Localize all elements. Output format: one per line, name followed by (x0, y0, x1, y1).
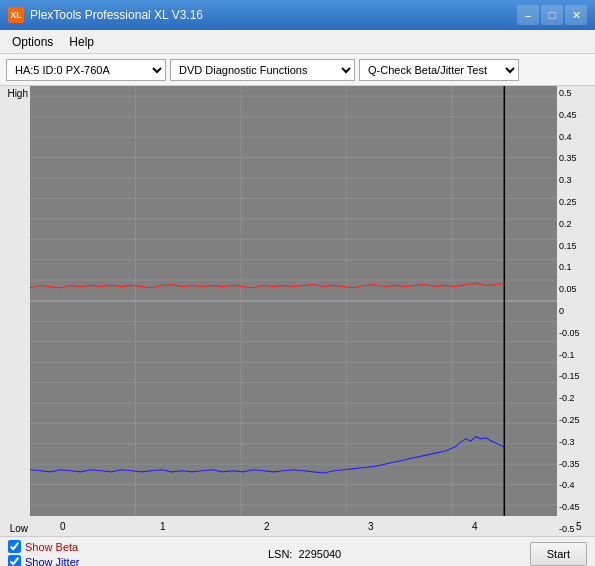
show-beta-checkbox[interactable] (8, 540, 21, 553)
show-jitter-checkbox[interactable] (8, 555, 21, 566)
bottom-row1: Show Beta Show Jitter LSN: 2295040 Start (8, 541, 587, 566)
y-right-15: -0.25 (559, 415, 580, 425)
close-button[interactable]: ✕ (565, 5, 587, 25)
function-select[interactable]: DVD Diagnostic Functions (170, 59, 355, 81)
y-axis-low: Low (10, 523, 28, 534)
y-right-10: 0 (559, 306, 564, 316)
title-bar-controls: – □ ✕ (517, 5, 587, 25)
y-right-13: -0.15 (559, 371, 580, 381)
lsn-value: 2295040 (298, 548, 341, 560)
x-label-4: 4 (472, 521, 478, 532)
start-button[interactable]: Start (530, 542, 587, 566)
main-content: High Low (0, 86, 595, 536)
toolbar: HA:5 ID:0 PX-760A DVD Diagnostic Functio… (0, 54, 595, 86)
checkbox-group: Show Beta Show Jitter (8, 540, 79, 566)
x-label-3: 3 (368, 521, 374, 532)
show-beta-label: Show Beta (25, 541, 78, 553)
y-right-8: 0.1 (559, 262, 572, 272)
y-right-6: 0.2 (559, 219, 572, 229)
show-jitter-label: Show Jitter (25, 556, 79, 567)
app-icon: XL (8, 7, 24, 23)
y-right-4: 0.3 (559, 175, 572, 185)
y-right-17: -0.35 (559, 459, 580, 469)
options-menu[interactable]: Options (4, 33, 61, 51)
y-right-19: -0.45 (559, 502, 580, 512)
show-beta-item: Show Beta (8, 540, 79, 553)
chart-wrapper: High Low (0, 86, 595, 536)
window-title: PlexTools Professional XL V3.16 (30, 8, 203, 22)
y-right-7: 0.15 (559, 241, 577, 251)
bottom-controls: Show Beta Show Jitter LSN: 2295040 Start… (0, 536, 595, 566)
y-right-1: 0.45 (559, 110, 577, 120)
y-right-18: -0.4 (559, 480, 575, 490)
y-right-20: -0.5 (559, 524, 575, 534)
maximize-button[interactable]: □ (541, 5, 563, 25)
x-label-0: 0 (60, 521, 66, 532)
x-label-1: 1 (160, 521, 166, 532)
x-label-2: 2 (264, 521, 270, 532)
help-menu[interactable]: Help (61, 33, 102, 51)
lsn-display: LSN: 2295040 (268, 548, 341, 560)
x-label-5: 5 (576, 521, 582, 532)
test-select[interactable]: Q-Check Beta/Jitter Test (359, 59, 519, 81)
y-axis-high: High (7, 88, 28, 99)
menu-bar: Options Help (0, 30, 595, 54)
lsn-label: LSN: (268, 548, 292, 560)
y-right-12: -0.1 (559, 350, 575, 360)
y-axis-left: High Low (0, 86, 30, 536)
title-bar: XL PlexTools Professional XL V3.16 – □ ✕ (0, 0, 595, 30)
y-right-9: 0.05 (559, 284, 577, 294)
y-right-5: 0.25 (559, 197, 577, 207)
chart-area (30, 86, 557, 516)
title-bar-left: XL PlexTools Professional XL V3.16 (8, 7, 203, 23)
chart-container: 0 1 2 3 4 5 (30, 86, 557, 536)
minimize-button[interactable]: – (517, 5, 539, 25)
y-right-14: -0.2 (559, 393, 575, 403)
y-axis-right: 0.5 0.45 0.4 0.35 0.3 0.25 0.2 0.15 0.1 … (557, 86, 595, 536)
y-right-16: -0.3 (559, 437, 575, 447)
y-right-3: 0.35 (559, 153, 577, 163)
drive-select[interactable]: HA:5 ID:0 PX-760A (6, 59, 166, 81)
chart-svg (30, 86, 557, 516)
y-right-0: 0.5 (559, 88, 572, 98)
x-axis: 0 1 2 3 4 5 (30, 516, 557, 536)
show-jitter-item: Show Jitter (8, 555, 79, 566)
y-right-11: -0.05 (559, 328, 580, 338)
y-right-2: 0.4 (559, 132, 572, 142)
